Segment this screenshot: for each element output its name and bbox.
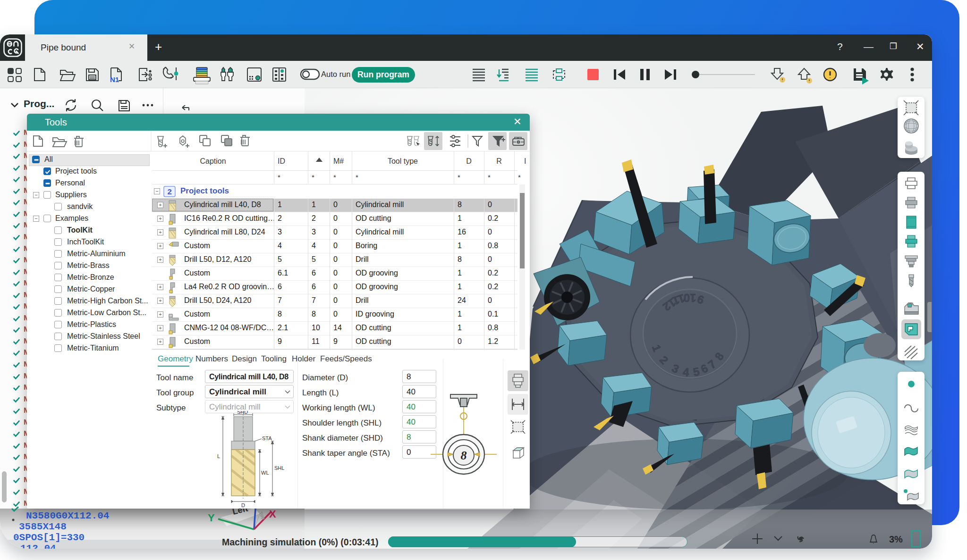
svg-text:Caption: Caption [200, 157, 226, 165]
svg-text:D: D [241, 502, 245, 508]
svg-text:N1: N1 [110, 75, 119, 84]
svg-text:*: * [333, 173, 336, 181]
svg-text:2: 2 [167, 188, 172, 197]
svg-text:L: L [217, 453, 220, 459]
svg-text:Y: Y [208, 512, 215, 524]
svg-text:I: I [524, 157, 526, 165]
svg-text:*: * [518, 173, 521, 181]
svg-text:8: 8 [461, 449, 467, 462]
svg-text:X: X [269, 508, 276, 520]
svg-text:Tool type: Tool type [388, 157, 418, 165]
svg-text:*: * [356, 173, 358, 181]
svg-text:WL: WL [261, 470, 269, 476]
svg-text:R: R [496, 157, 502, 165]
svg-text:SHL: SHL [274, 465, 284, 471]
svg-text:ID: ID [278, 157, 285, 165]
svg-text:3%: 3% [889, 534, 903, 544]
svg-text:STA: STA [262, 435, 272, 441]
svg-text:*: * [312, 173, 314, 181]
svg-text:*: * [488, 173, 491, 181]
svg-text:Run program: Run program [357, 70, 409, 79]
svg-text:SHD: SHD [237, 411, 248, 415]
svg-text:*: * [278, 173, 280, 181]
svg-text:M#: M# [333, 157, 344, 165]
svg-text:D: D [466, 157, 472, 165]
svg-text:*: * [458, 173, 460, 181]
svg-text:Auto run: Auto run [321, 70, 350, 78]
